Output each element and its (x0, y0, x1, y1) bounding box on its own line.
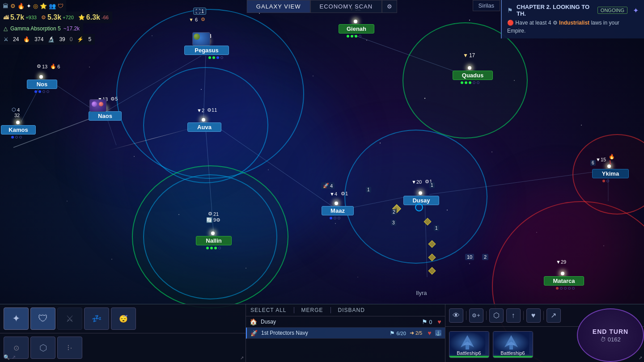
ship-unit-1 (425, 219, 430, 224)
fleet-row-navy[interactable]: 🚀 1st Protectors Navy ⚑ 6/20 ➜ 2/5 ♥ ⚓ (246, 328, 445, 339)
star-gienah (354, 20, 357, 23)
fleet-icon-navy: 🚀 (250, 330, 258, 337)
fleet-list-header: SELECT ALL MERGE DISBAND (246, 304, 445, 316)
disband-btn[interactable]: DISBAND (338, 307, 365, 313)
merge-btn[interactable]: MERGE (301, 307, 323, 313)
ykima-dots (602, 180, 609, 182)
quest-body: 🔴 Have at least 4 ⚙ Industrialist laws i… (507, 19, 639, 35)
expand-icon-2: ↗ (12, 354, 16, 360)
num-badge-2: 2 (482, 254, 488, 260)
system-label-gienah[interactable]: Gienah (339, 24, 374, 34)
settings-btn[interactable]: ⚙ (382, 0, 397, 13)
system-label-kamos[interactable]: Kamos (1, 125, 36, 135)
ship-unit-3 (429, 255, 435, 260)
ship1-health-bar (449, 356, 489, 358)
maaz-fleet-marker: 🚀4 (321, 182, 335, 189)
end-turn-button[interactable]: END TURN ⏱ 0162 (577, 308, 644, 362)
naos-thumb (89, 99, 106, 112)
search-icon-2: 🔍 (4, 354, 10, 360)
star-maaz (335, 202, 338, 205)
num-badge-10: 10 (465, 254, 474, 260)
quest-header: ⚑ CHAPTER 2. LOOKING TO TH. ONGOING ✦ (507, 4, 639, 17)
separator2 (486, 311, 487, 320)
action-icon-hex[interactable]: ⬡ (489, 308, 504, 323)
system-label-ilyra[interactable]: Ilyra (416, 290, 427, 296)
fleet-navy-moves: ➜ 2/5 (410, 330, 422, 336)
bottom-panel: ✦ ↗ 🛡 ↗ ⚔ 💤 ↗ 😴 ↗ � (0, 304, 644, 362)
matarca-pop: ▼29 (556, 259, 566, 265)
fleet-btn-sleep[interactable]: 💤 ↗ (84, 307, 109, 330)
auva-stats: ▼2⚙11 (197, 107, 217, 113)
quest-icon: 🔴 (507, 20, 515, 26)
nos-dots (34, 90, 49, 93)
filter-icon: ⚑ (507, 7, 513, 14)
fleet-btn-swords[interactable]: ⚔ (57, 307, 82, 330)
fleet-dusay-heart: ♥ (437, 318, 441, 325)
fleet-btn-dots[interactable]: ⁝· ↗ (57, 337, 82, 359)
system-label-nallin[interactable]: Nallin (196, 236, 232, 245)
system-label-ykima[interactable]: Ykima (592, 169, 629, 178)
star-auva (202, 118, 205, 122)
economy-scan-btn[interactable]: ECONOMY SCAN (310, 0, 382, 13)
fleet-btn-shield[interactable]: 🛡 ↗ (30, 307, 55, 330)
ship-thumb-2[interactable]: Battleship6 (493, 331, 533, 358)
quest-star-icon: ✦ (633, 6, 639, 15)
ykima-stats: ▼15🔥1 (596, 154, 615, 165)
maaz-stats: ▼4⚙1 (330, 191, 348, 197)
quest-panel[interactable]: ⚑ CHAPTER 2. LOOKING TO TH. ONGOING ✦ 🔴 … (501, 0, 644, 38)
gienah-dots (347, 35, 361, 38)
system-label-nos[interactable]: Nos (27, 80, 57, 89)
pegasus-thumb (192, 32, 210, 46)
ship-unit-2 (429, 241, 435, 247)
action-icon-heart[interactable]: ♥ (526, 308, 541, 323)
fleet-anchor: ⚓ (435, 330, 441, 336)
select-all-btn[interactable]: SELECT ALL (250, 307, 287, 313)
action-icon-eye[interactable]: 👁 (449, 308, 463, 323)
ship-unit-4 (429, 268, 435, 274)
fleet-btn-compass[interactable]: ✦ ↗ (4, 307, 29, 330)
view-buttons[interactable]: GALAXY VIEW ECONOMY SCAN ⚙ (247, 0, 397, 13)
num-1b: 1 (429, 182, 435, 188)
star-matarca (561, 272, 564, 275)
nos-stats: ⚙13🔥6 (37, 63, 60, 69)
nallin-dots (206, 247, 221, 249)
fleet-btn-rest[interactable]: 😴 ↗ (111, 307, 136, 330)
fleet-list-section: SELECT ALL MERGE DISBAND 🏠 Dusay ⚑ 0 ♥ 🚀… (246, 304, 445, 362)
maaz-dots (330, 217, 340, 219)
star-ykima (607, 164, 611, 168)
num-3: 3 (391, 220, 396, 226)
system-label-quadus[interactable]: Quadus (453, 71, 493, 80)
dusay-indicator (415, 203, 423, 211)
system-label-pegasus[interactable]: Pegasus (184, 46, 229, 55)
fleet-action-icons: ✦ ↗ 🛡 ↗ ⚔ 💤 ↗ 😴 ↗ � (0, 304, 246, 333)
fleet-row-dusay[interactable]: 🏠 Dusay ⚑ 0 ♥ (246, 316, 445, 328)
fleet-dusay-moves: ⚑ 0 (422, 318, 432, 325)
top-extra-label[interactable]: Sirilas (473, 0, 500, 11)
separator3 (523, 311, 524, 320)
action-icon-special[interactable]: ↗ (547, 308, 561, 323)
quadus-pop: ▼17 (463, 52, 475, 59)
kamos-pop: 32 (14, 113, 20, 118)
action-icon-up[interactable]: ↑ (506, 308, 521, 323)
system-label-auva[interactable]: Auva (187, 122, 221, 132)
fleet-action-icons-row2: ⊙ ↗ ⬡ ↗ ⁝· ↗ 🔍 ↗ (0, 333, 246, 362)
row2-search: 🔍 ↗ (4, 354, 16, 360)
num-2: 2 (391, 209, 397, 215)
ship-thumb-1[interactable]: Battleship6 (449, 331, 489, 358)
system-label-naos[interactable]: Naos (89, 111, 122, 121)
star-kamos (16, 121, 20, 124)
num-6: 6 (590, 160, 596, 166)
nallin-stats: ⚙21 🔄9⚙ (206, 211, 220, 223)
fleet-btn-circle[interactable]: ⬡ ↗ (30, 337, 55, 359)
star-dusay (419, 191, 422, 195)
matarca-dots (556, 287, 575, 290)
star-quadus (468, 66, 471, 70)
galaxy-view-btn[interactable]: GALAXY VIEW (247, 0, 310, 13)
system-label-maaz[interactable]: Maaz (322, 206, 354, 215)
system-label-matarca[interactable]: Matarca (544, 276, 584, 286)
separator4 (543, 311, 544, 320)
pegasus-stats: ▼6 ⚙ (189, 17, 205, 22)
action-icon-plus[interactable]: ⚙+ (469, 308, 483, 323)
kamos-prod: ⬡4 (12, 107, 20, 113)
fleet-icon-dusay: 🏠 (250, 318, 257, 325)
